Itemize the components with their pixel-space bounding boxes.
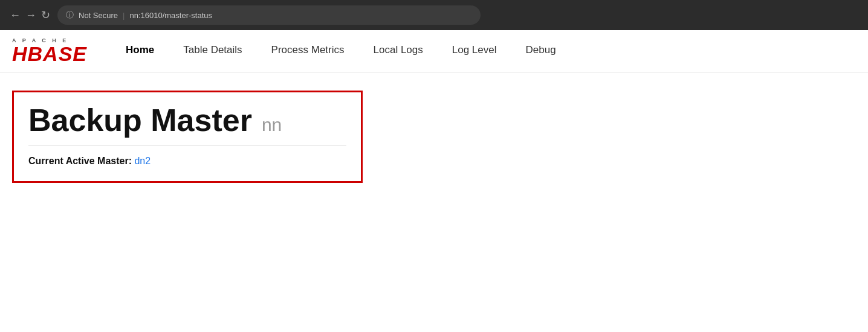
- app-header: A P A C H E HBASE Home Table Details Pro…: [0, 30, 868, 72]
- active-master-row: Current Active Master: dn2: [28, 156, 346, 167]
- address-url: nn:16010/master-status: [129, 11, 212, 20]
- nav-menu: Home Table Details Process Metrics Local…: [111, 30, 571, 72]
- master-info-box: Backup Master nn Current Active Master: …: [12, 91, 363, 183]
- nav-item-table-details[interactable]: Table Details: [169, 30, 256, 72]
- not-secure-label: Not Secure: [79, 11, 118, 20]
- reload-button[interactable]: ↻: [41, 10, 50, 21]
- browser-chrome: ← → ↻ ⓘ Not Secure | nn:16010/master-sta…: [0, 0, 868, 30]
- security-icon: ⓘ: [66, 10, 74, 21]
- master-host: nn: [262, 115, 282, 135]
- nav-item-home[interactable]: Home: [111, 30, 169, 72]
- active-master-label: Current Active Master:: [28, 156, 132, 166]
- address-separator: |: [123, 11, 125, 20]
- logo-area: A P A C H E HBASE: [12, 38, 87, 64]
- nav-item-log-level[interactable]: Log Level: [438, 30, 511, 72]
- forward-button[interactable]: →: [25, 10, 36, 21]
- nav-item-local-logs[interactable]: Local Logs: [359, 30, 438, 72]
- browser-nav-buttons: ← → ↻: [10, 10, 50, 21]
- back-button[interactable]: ←: [10, 10, 21, 21]
- main-content: Backup Master nn Current Active Master: …: [0, 72, 868, 201]
- logo-hbase-text: HBASE: [12, 43, 87, 64]
- active-master-link[interactable]: dn2: [134, 156, 151, 166]
- nav-item-debug[interactable]: Debug: [511, 30, 570, 72]
- address-bar[interactable]: ⓘ Not Secure | nn:16010/master-status: [57, 5, 481, 25]
- master-title-row: Backup Master nn: [28, 104, 346, 146]
- master-title: Backup Master: [28, 104, 252, 136]
- nav-item-process-metrics[interactable]: Process Metrics: [257, 30, 359, 72]
